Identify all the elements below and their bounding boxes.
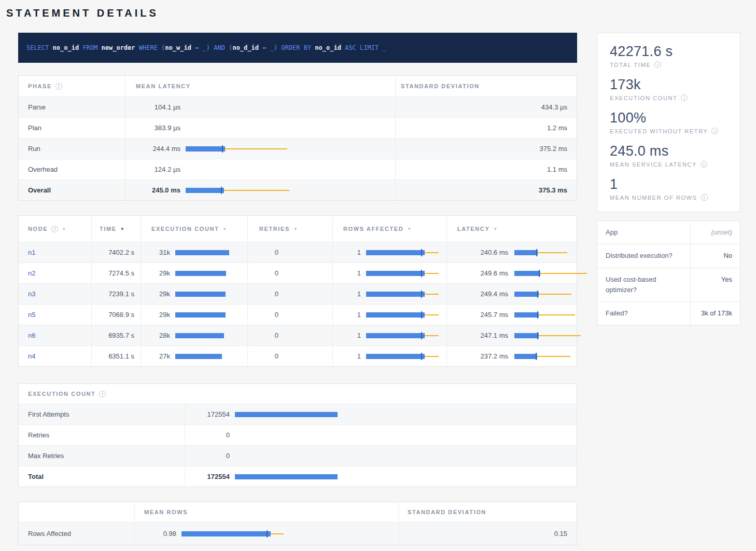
info-icon[interactable]: i <box>701 161 707 168</box>
phase-row-run: Run 244.4 ms 375.2 ms <box>19 138 577 159</box>
col-header-phase: PHASEi <box>19 76 125 97</box>
bar-tick <box>421 270 422 277</box>
sql-token: no_o_id <box>315 44 341 51</box>
bar-fill <box>514 312 539 318</box>
node-link[interactable]: n2 <box>28 269 35 277</box>
exec-row-label: First Attempts <box>19 404 185 424</box>
count-value: 27k <box>141 352 170 360</box>
info-icon[interactable]: i <box>51 226 58 232</box>
mean-latency-value: 104.1 µs <box>136 103 180 111</box>
rows-value: 1 <box>333 332 361 339</box>
latency-cell: 249.6 ms <box>446 263 577 283</box>
info-icon[interactable]: i <box>55 83 62 90</box>
col-header-node[interactable]: NODEi▼ <box>19 216 91 242</box>
time-value: 7274.5 s <box>91 263 141 283</box>
latency-bar <box>514 270 592 277</box>
exec-row-label: Retries <box>19 425 185 445</box>
exec-count-value: 0 <box>185 452 230 460</box>
bar-tick <box>421 249 422 256</box>
rows-bar <box>366 291 439 298</box>
detail-row-app: App (unset) <box>597 221 740 244</box>
bar-fill <box>186 146 225 151</box>
time-value: 7239.1 s <box>91 284 141 304</box>
rows-bar <box>181 530 399 538</box>
bar-tick <box>539 270 540 277</box>
info-icon[interactable]: i <box>654 61 661 68</box>
bar-fill <box>235 412 338 417</box>
sql-token: new_order <box>102 44 135 51</box>
node-link[interactable]: n4 <box>28 352 35 360</box>
bar-fill <box>175 333 224 338</box>
info-icon[interactable]: i <box>711 128 718 134</box>
col-label: LATENCY <box>457 226 489 232</box>
sql-token: FROM <box>79 44 101 51</box>
count-bar <box>235 411 567 418</box>
empty-header-cell <box>19 502 134 522</box>
latency-value: 249.6 ms <box>447 269 508 277</box>
col-label: NODE <box>28 226 48 232</box>
sort-desc-icon: ▼ <box>62 227 66 231</box>
stat-value: 42271.6 s <box>610 44 727 60</box>
count-bar <box>175 353 229 360</box>
execution-count-cell: 29k <box>141 284 247 304</box>
node-link[interactable]: n1 <box>28 249 35 256</box>
sql-token: no_d_id <box>232 44 259 51</box>
bar-fill <box>514 292 539 297</box>
info-icon[interactable]: i <box>701 194 708 201</box>
bar-fill <box>514 250 538 255</box>
retries-value: 0 <box>247 305 332 325</box>
latency-bar <box>514 291 592 298</box>
sort-desc-icon: ▼ <box>222 227 227 231</box>
col-header-mean-latency: MEAN LATENCY <box>125 76 395 97</box>
phase-row-parse: Parse 104.1 µs 434.3 µs <box>19 97 577 117</box>
sort-desc-icon: ▼ <box>407 227 411 231</box>
row-label: Rows Affected <box>19 522 134 545</box>
retries-value: 0 <box>247 242 332 263</box>
rows-bar <box>366 353 439 360</box>
stat-value: 245.0 ms <box>610 143 727 159</box>
exec-row-first-attempts: First Attempts 172554 <box>19 404 577 424</box>
col-header-execution-count[interactable]: EXECUTION COUNT▼ <box>141 216 247 242</box>
col-header-latency[interactable]: LATENCY▼ <box>446 216 577 242</box>
rows-table-header: MEAN ROWS STANDARD DEVIATION <box>19 502 577 522</box>
node-row: n4 6351.1 s 27k 0 1 237.2 ms <box>19 346 577 366</box>
execution-count-cell: 29k <box>141 305 247 325</box>
rows-affected-table: MEAN ROWS STANDARD DEVIATION Rows Affect… <box>18 502 577 545</box>
time-value: 6351.1 s <box>91 346 141 366</box>
bar-fill <box>514 333 539 338</box>
bar-tick <box>537 332 538 339</box>
mean-latency-cell: 383.9 µs <box>125 118 395 138</box>
node-row: n3 7239.1 s 29k 0 1 249.4 ms <box>19 283 577 304</box>
stat-label-text: EXECUTED WITHOUT RETRY <box>610 128 708 134</box>
info-icon[interactable]: i <box>99 391 106 397</box>
exec-count-cell: 172554 <box>185 466 577 487</box>
rows-affected-cell: 1 <box>332 263 446 283</box>
node-link[interactable]: n5 <box>28 311 35 319</box>
phase-name: Run <box>19 139 125 159</box>
count-bar <box>175 332 229 339</box>
stat-value: 1 <box>610 176 727 192</box>
info-icon[interactable]: i <box>681 94 688 101</box>
col-header-retries[interactable]: RETRIES▼ <box>247 216 332 242</box>
col-label: MEAN ROWS <box>144 509 188 515</box>
latency-bar <box>514 332 592 339</box>
rows-bar <box>366 270 439 277</box>
retries-value: 0 <box>247 263 332 283</box>
mean-latency-value: 245.0 ms <box>136 186 180 194</box>
exec-row-max-retries: Max Retries 0 <box>19 445 577 466</box>
node-link[interactable]: n3 <box>28 290 35 298</box>
bar-tick <box>222 145 223 153</box>
sort-desc-icon: ▼ <box>293 227 298 231</box>
col-header-rows-affected[interactable]: ROWS AFFECTED▼ <box>332 216 446 242</box>
rows-affected-cell: 1 <box>332 284 446 304</box>
exec-count-value: 172554 <box>185 473 230 480</box>
bar-fill <box>366 250 425 255</box>
phase-table-header: PHASEi MEAN LATENCY STANDARD DEVIATION <box>19 76 577 97</box>
sql-token: SELECT <box>26 44 53 51</box>
latency-value: 240.6 ms <box>447 249 508 256</box>
detail-value: No <box>690 244 740 267</box>
node-link[interactable]: n6 <box>28 332 35 339</box>
mean-latency-cell: 245.0 ms <box>125 180 395 200</box>
col-header-time[interactable]: TIME▼ <box>91 216 141 242</box>
stat-total-time: 42271.6 s TOTAL TIMEi <box>610 44 727 68</box>
